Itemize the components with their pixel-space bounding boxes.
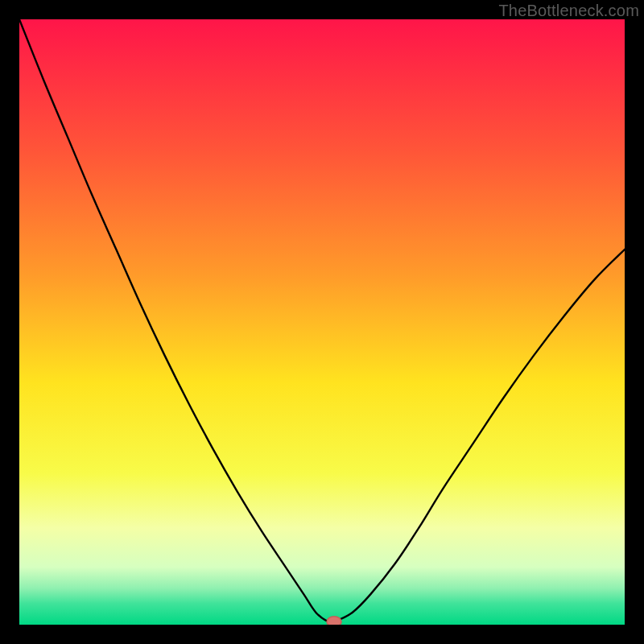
chart-frame: TheBottleneck.com <box>0 0 644 644</box>
optimal-point-marker <box>19 19 625 625</box>
svg-point-1 <box>327 617 341 625</box>
watermark-label: TheBottleneck.com <box>498 2 639 20</box>
plot-area <box>19 19 625 625</box>
